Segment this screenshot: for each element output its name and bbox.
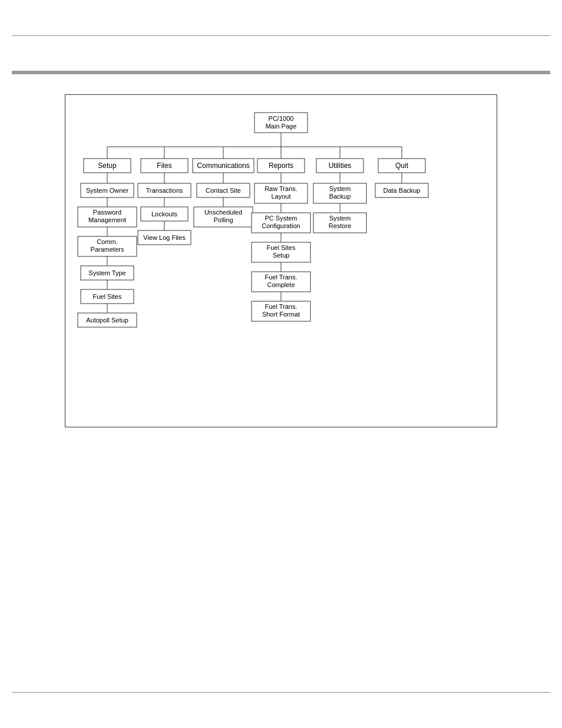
contact-site-label[interactable]: Contact Site: [206, 187, 241, 194]
quit-label[interactable]: Quit: [395, 162, 409, 170]
svg-text:Restore: Restore: [329, 222, 352, 229]
tree-diagram-svg: PC/1000 Main Page Setup Files Communicat…: [71, 107, 491, 413]
svg-text:Complete: Complete: [267, 281, 295, 288]
files-label[interactable]: Files: [157, 162, 171, 170]
reports-label[interactable]: Reports: [269, 162, 293, 170]
system-backup-label[interactable]: System: [329, 185, 351, 192]
view-log-files-label[interactable]: View Log Files: [143, 234, 186, 241]
system-restore-label[interactable]: System: [329, 215, 351, 222]
fuel-sites-label[interactable]: Fuel Sites: [93, 293, 122, 300]
autopoll-setup-label[interactable]: Autopoll Setup: [86, 317, 128, 324]
svg-text:Management: Management: [88, 216, 126, 223]
transactions-label[interactable]: Transactions: [146, 187, 183, 194]
svg-text:Backup: Backup: [329, 193, 351, 200]
data-backup-label[interactable]: Data Backup: [384, 187, 421, 194]
password-management-label[interactable]: Password: [93, 209, 121, 216]
root-label: PC/1000: [269, 115, 294, 122]
utilities-label[interactable]: Utilities: [329, 162, 352, 170]
svg-text:Setup: Setup: [273, 252, 290, 259]
fuel-sites-setup-label[interactable]: Fuel Sites: [267, 244, 296, 251]
communications-label[interactable]: Communications: [197, 162, 249, 170]
fuel-trans-short-label[interactable]: Fuel Trans.: [265, 303, 297, 310]
comm-parameters-label[interactable]: Comm.: [97, 238, 117, 245]
svg-text:Configuration: Configuration: [262, 222, 300, 229]
svg-text:Parameters: Parameters: [91, 246, 124, 253]
system-owner-label[interactable]: System Owner: [86, 187, 128, 194]
svg-text:Polling: Polling: [213, 216, 233, 223]
unscheduled-polling-label[interactable]: Unscheduled: [204, 209, 242, 216]
svg-text:Layout: Layout: [271, 193, 290, 200]
pc-system-config-label[interactable]: PC System: [265, 215, 297, 222]
lockouts-label[interactable]: Lockouts: [151, 210, 178, 218]
raw-trans-layout-label[interactable]: Raw Trans.: [265, 185, 297, 192]
root-label2: Main Page: [266, 123, 297, 130]
setup-label[interactable]: Setup: [98, 162, 117, 170]
system-type-label[interactable]: System Type: [88, 269, 125, 276]
diagram-container: PC/1000 Main Page Setup Files Communicat…: [65, 94, 497, 427]
svg-text:Short Format: Short Format: [262, 311, 300, 318]
fuel-trans-complete-label[interactable]: Fuel Trans.: [265, 274, 297, 281]
